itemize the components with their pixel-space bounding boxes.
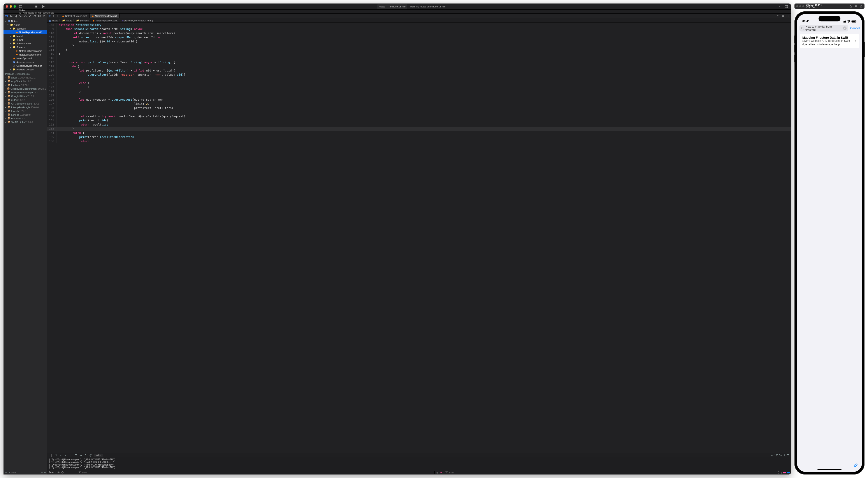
view-debug-icon[interactable] [74, 454, 77, 456]
code-line[interactable]: 128 prefilters: prefilters) [47, 106, 791, 110]
console-filter-input[interactable] [449, 471, 776, 474]
editor-tab[interactable]: ◆ NotesListScreen.swift [60, 13, 90, 18]
library-button[interactable] [784, 4, 789, 9]
spray-can-icon[interactable] [436, 471, 438, 474]
file-tree-row[interactable]: ▾▦Notes [3, 19, 47, 23]
dependency-row[interactable]: ▸📦leveldb1.22.5 [3, 109, 47, 113]
file-tree-row[interactable]: ⌘GoogleService-Info.plist [3, 64, 47, 68]
file-tree-row[interactable]: ▸📁Preview Content [3, 68, 47, 71]
file-tree-row[interactable]: ▸📁Model [3, 34, 47, 38]
code-line[interactable]: 113 } [47, 43, 791, 48]
find-nav-icon[interactable] [19, 14, 22, 18]
filter-funnel-icon[interactable] [79, 471, 81, 474]
code-line[interactable]: 108extension NotesRepository { [47, 23, 791, 27]
file-tree-row[interactable]: ◆NotesApp.swift [3, 57, 47, 60]
refresh-icon[interactable] [777, 15, 780, 17]
screenshot-icon[interactable] [855, 5, 858, 8]
dependency-row[interactable]: ▸📦GoogleUtilities7.13.1 [3, 94, 47, 98]
source-ctrl-filter-icon[interactable] [44, 471, 46, 474]
file-tree-row[interactable]: ◆NoteEditScreen.swift [3, 53, 47, 57]
eye-icon[interactable] [58, 471, 60, 474]
debug-console[interactable]: ["GybbVqm9jHoaodmwVpYv", "gMrO1fIiXM5f4l… [47, 457, 791, 470]
add-target-icon[interactable]: ＋ [5, 471, 7, 474]
test-nav-icon[interactable] [28, 14, 32, 18]
code-line[interactable]: 112 notes.first {$0.id == documentId } [47, 39, 791, 43]
file-tree-row[interactable]: ◆NotesListScreen.swift [3, 49, 47, 53]
code-line[interactable]: 130 let result = try await vectorSearchQ… [47, 114, 791, 118]
forward-icon[interactable] [56, 15, 59, 17]
code-line[interactable]: 125 [47, 93, 791, 98]
code-line[interactable]: 119 let prefilters: [QueryFilter] = if l… [47, 68, 791, 73]
code-line[interactable]: 127 limit: 2, [47, 102, 791, 106]
variables-filter-input[interactable] [82, 471, 432, 474]
bookmark-nav-icon[interactable] [14, 14, 17, 18]
dependency-row[interactable]: ▸📦GTMSessionFetcher3.4.1 [3, 102, 47, 105]
code-line[interactable]: 114 } [47, 48, 791, 52]
right-panel-toggle[interactable] [787, 472, 789, 473]
file-tree-row[interactable]: ▸📁ViewModifiers [3, 41, 47, 45]
code-line[interactable]: 121 } [47, 77, 791, 81]
file-tree[interactable]: ▾▦Notes▾📁Notes▾📁Services◆NotesRepository… [3, 19, 47, 470]
step-out-icon[interactable] [64, 454, 67, 456]
code-editor[interactable]: 108extension NotesRepository {109 func s… [47, 23, 791, 453]
info-icon[interactable] [61, 471, 64, 474]
scheme-selector[interactable]: Notes 〉 iPhone 15 Pro [377, 4, 407, 9]
toggle-navigator-button[interactable] [18, 4, 23, 9]
dependency-row[interactable]: ▸📦Firebase10.24.0 [3, 83, 47, 87]
file-tree-row[interactable]: ▾📁Notes [3, 23, 47, 27]
add-editor-icon[interactable] [786, 15, 789, 17]
dependency-row[interactable]: ▸📦GoogleDataTransport9.4.0 [3, 91, 47, 94]
code-line[interactable]: 131 print(result.ids) [47, 118, 791, 123]
source-control-icon[interactable] [10, 14, 13, 18]
share-icon[interactable] [860, 5, 863, 8]
code-line[interactable]: 117 private func performQuery(searchTerm… [47, 60, 791, 64]
code-line[interactable]: 118 do { [47, 64, 791, 68]
traffic-lights[interactable] [6, 5, 16, 8]
left-panel-toggle[interactable] [783, 472, 786, 473]
code-line[interactable]: 136 return [] [47, 139, 791, 143]
debug-process[interactable]: Notes [94, 454, 103, 457]
dependency-row[interactable]: ▸📦SwiftProtobuf1.26.0 [3, 120, 47, 124]
auto-popover[interactable]: Auto ⌄ [49, 471, 56, 474]
file-tree-row[interactable]: ▸📁Views [3, 38, 47, 41]
dependency-row[interactable]: ▸📦Promises2.4.0 [3, 116, 47, 120]
close-window-button[interactable] [6, 5, 8, 8]
code-line[interactable]: 120 [QueryFilter(field: "userId", operat… [47, 73, 791, 77]
search-result-card[interactable]: Mapping Firestore Data in Swift Swift's … [800, 34, 859, 48]
code-line[interactable]: 123 [] [47, 85, 791, 89]
code-line[interactable]: 109 func semanticSearch(searchTerm: Stri… [47, 27, 791, 31]
search-field[interactable]: How to map dat from firestore ✕ [799, 25, 848, 32]
code-line[interactable]: 116 [47, 56, 791, 60]
dependency-row[interactable]: ▸📦AppCheck10.19.0 [3, 79, 47, 83]
sim-traffic-lights[interactable] [796, 5, 804, 7]
pause-icon[interactable]: ‖ [51, 454, 53, 456]
dependency-row[interactable]: ▸📦InteropForGoogle100.0.0 [3, 105, 47, 109]
env-override-icon[interactable] [84, 454, 87, 456]
debug-nav-icon[interactable] [33, 14, 36, 18]
code-line[interactable]: 134 catch { [47, 131, 791, 135]
code-line[interactable]: 129 [47, 110, 791, 114]
minimize-window-button[interactable] [10, 5, 12, 8]
step-into-icon[interactable] [60, 454, 62, 456]
trash-icon[interactable] [777, 471, 780, 474]
compose-note-button[interactable] [853, 463, 858, 469]
issue-nav-icon[interactable] [24, 14, 27, 18]
dependency-row[interactable]: ▸📦abseil1.2024011601.1 [3, 76, 47, 79]
zoom-window-button[interactable] [13, 5, 16, 8]
navigator-filter-input[interactable] [11, 471, 40, 474]
run-button[interactable] [41, 4, 46, 9]
breakpoint-nav-icon[interactable] [38, 14, 41, 18]
code-line[interactable]: 122 else { [47, 81, 791, 85]
filter-funnel-icon[interactable] [445, 471, 448, 474]
dependency-row[interactable]: ▸📦gRPC1.62.2 [3, 98, 47, 102]
report-nav-icon[interactable] [43, 14, 46, 18]
clear-search-button[interactable]: ✕ [843, 27, 846, 30]
dependency-row[interactable]: ▸📦GoogleAppMeasurement10.24.0 [3, 87, 47, 91]
location-icon[interactable] [89, 454, 92, 456]
adjust-editor-icon[interactable] [782, 15, 784, 17]
memory-graph-icon[interactable] [80, 454, 82, 456]
add-button[interactable]: + [777, 4, 782, 9]
back-icon[interactable] [52, 15, 55, 17]
clock-icon[interactable] [41, 471, 43, 474]
dependency-row[interactable]: ▸📦nanopb2.30910.0 [3, 113, 47, 116]
